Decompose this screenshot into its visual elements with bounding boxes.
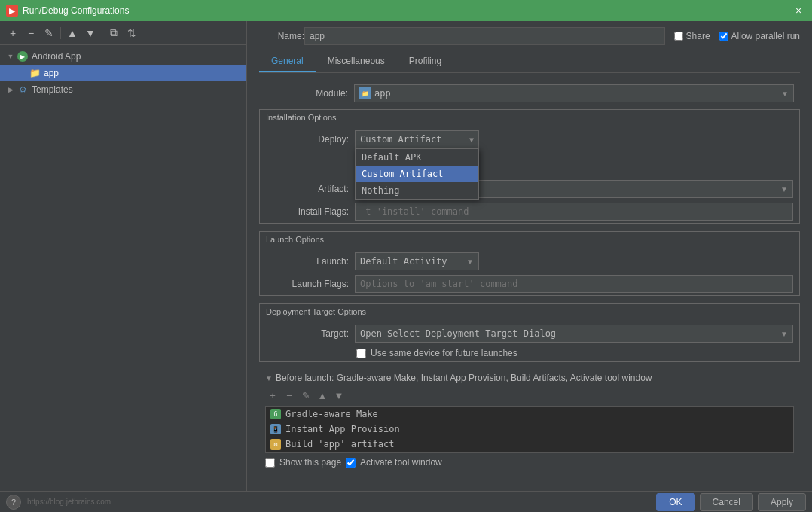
deploy-label: Deploy:: [266, 134, 349, 145]
apply-button[interactable]: Apply: [758, 493, 806, 511]
show-page-checkbox[interactable]: [265, 458, 275, 468]
templates-label: Templates: [32, 84, 73, 95]
remove-config-button[interactable]: −: [23, 25, 39, 41]
tree-item-templates[interactable]: ▶ ⚙ Templates: [0, 81, 246, 98]
launch-options-title: Launch Options: [260, 232, 799, 247]
deployment-target-section: Deployment Target Options Target: Open S…: [259, 303, 800, 362]
app-label: app: [44, 68, 59, 78]
bottom-bar: ? https://blog.jetbrains.com OK Cancel A…: [0, 491, 812, 512]
toolbar-separator-2: [102, 27, 102, 39]
deploy-option-nothing[interactable]: Nothing: [356, 182, 478, 199]
ok-button[interactable]: OK: [656, 493, 694, 511]
sort-config-button[interactable]: ⇅: [124, 25, 140, 41]
before-launch-up[interactable]: ▲: [315, 388, 330, 403]
list-item: G Gradle-aware Make: [266, 407, 793, 422]
target-arrow: ▼: [780, 330, 788, 338]
module-folder-icon: 📁: [359, 87, 371, 99]
installation-options-section: Installation Options Deploy: Custom Arti…: [259, 109, 800, 224]
deploy-dropdown-menu: Default APK Custom Artifact Nothing: [355, 148, 479, 200]
launch-flags-input[interactable]: [355, 275, 793, 293]
main-content: + − ✎ ▲ ▼ ⧉ ⇅ ▼ ▶ Android App: [0, 21, 812, 491]
deploy-option-default-apk[interactable]: Default APK: [356, 149, 478, 166]
artifact-arrow: ▼: [780, 185, 788, 194]
bottom-actions: OK Cancel Apply: [656, 493, 806, 511]
target-label: Target:: [266, 328, 349, 339]
cancel-button[interactable]: Cancel: [700, 493, 753, 511]
launch-value: Default Activity: [360, 256, 466, 267]
close-button[interactable]: ×: [791, 3, 806, 18]
edit-config-button[interactable]: ✎: [41, 25, 57, 41]
android-app-icon: ▶: [17, 50, 29, 62]
allow-parallel-label: Allow parallel run: [731, 31, 800, 41]
build-icon: ⚙: [270, 439, 281, 450]
activate-tool-checkbox[interactable]: [346, 458, 356, 468]
name-row: Name: Share Allow parallel run: [259, 27, 800, 45]
copy-config-button[interactable]: ⧉: [105, 25, 122, 41]
phone-icon: 📱: [270, 424, 281, 434]
before-launch-edit[interactable]: ✎: [298, 388, 313, 403]
share-checkbox-item: Share: [674, 31, 710, 41]
same-device-label: Use same device for future launches: [371, 348, 517, 358]
window-title: Run/Debug Configurations: [23, 5, 129, 16]
before-launch-add[interactable]: +: [265, 388, 280, 403]
android-app-label: Android App: [32, 51, 81, 62]
module-value: app: [374, 88, 391, 99]
gradle-label: Gradle-aware Make: [285, 409, 378, 419]
tab-profiling[interactable]: Profiling: [397, 51, 453, 72]
module-select-display[interactable]: 📁 app ▼: [354, 84, 794, 102]
deploy-selected[interactable]: Custom Artifact ▼: [355, 130, 479, 148]
name-input[interactable]: [304, 27, 665, 45]
move-up-button[interactable]: ▲: [64, 25, 81, 41]
before-launch-remove[interactable]: −: [282, 388, 297, 403]
move-down-button[interactable]: ▼: [82, 25, 99, 41]
deploy-dropdown[interactable]: Custom Artifact ▼ Default APK Custom Art…: [355, 130, 479, 148]
before-launch-arrow[interactable]: ▼: [265, 374, 273, 382]
before-launch-section: ▼ Before launch: Gradle-aware Make, Inst…: [259, 370, 800, 471]
name-field-label: Name:: [259, 31, 304, 41]
same-device-row: Use same device for future launches: [260, 345, 799, 361]
app-icon: 📁: [29, 67, 41, 79]
tree-item-app[interactable]: 📁 app: [0, 65, 246, 81]
help-button[interactable]: ?: [6, 495, 21, 510]
config-tree: ▼ ▶ Android App 📁 app ▶: [0, 45, 246, 491]
add-config-button[interactable]: +: [5, 25, 21, 41]
target-row: Target: Open Select Deployment Target Di…: [260, 322, 799, 345]
parallel-checkbox-item: Allow parallel run: [719, 31, 800, 41]
right-panel: Name: Share Allow parallel run General M…: [247, 21, 812, 491]
launch-row: Launch: Default Activity ▼: [260, 250, 799, 273]
tab-general[interactable]: General: [259, 51, 316, 72]
deploy-row: Deploy: Custom Artifact ▼ Default APK Cu…: [260, 128, 799, 151]
instant-app-label: Instant App Provision: [285, 424, 400, 434]
same-device-checkbox[interactable]: [356, 349, 366, 358]
deploy-option-custom-artifact[interactable]: Custom Artifact: [356, 166, 478, 182]
artifact-label: Artifact:: [266, 184, 349, 194]
show-page-row: Show this page Activate tool window: [259, 454, 800, 471]
install-flags-label: Install Flags:: [266, 206, 349, 217]
install-flags-input[interactable]: [355, 203, 793, 221]
tab-miscellaneous[interactable]: Miscellaneous: [316, 51, 397, 72]
config-tabs: General Miscellaneous Profiling: [259, 51, 800, 73]
before-launch-down[interactable]: ▼: [331, 388, 346, 403]
before-launch-list: G Gradle-aware Make 📱 Instant App Provis…: [265, 406, 794, 453]
launch-flags-row: Launch Flags:: [260, 273, 799, 295]
launch-arrow: ▼: [466, 258, 474, 266]
list-item: 📱 Instant App Provision: [266, 422, 793, 437]
before-launch-header: ▼ Before launch: Gradle-aware Make, Inst…: [259, 370, 800, 386]
left-panel: + − ✎ ▲ ▼ ⧉ ⇅ ▼ ▶ Android App: [0, 21, 247, 491]
app-arrow: [18, 69, 27, 78]
module-dropdown-arrow: ▼: [781, 90, 789, 98]
deployment-target-title: Deployment Target Options: [260, 304, 799, 319]
tree-item-android-app[interactable]: ▼ ▶ Android App: [0, 48, 246, 65]
url-text: https://blog.jetbrains.com: [27, 498, 111, 506]
deploy-arrow: ▼: [469, 136, 474, 144]
launch-flags-label: Launch Flags:: [266, 279, 349, 289]
share-checkbox[interactable]: [674, 32, 683, 41]
deploy-selected-text: Custom Artifact: [360, 134, 441, 145]
toolbar-separator: [60, 27, 61, 39]
build-label: Build 'app' artifact: [285, 439, 395, 450]
launch-select[interactable]: Default Activity ▼: [355, 252, 479, 270]
allow-parallel-checkbox[interactable]: [719, 32, 728, 41]
title-bar: ▶ Run/Debug Configurations ×: [0, 0, 812, 21]
list-item: ⚙ Build 'app' artifact: [266, 437, 793, 452]
target-select[interactable]: Open Select Deployment Target Dialog ▼: [355, 325, 793, 343]
